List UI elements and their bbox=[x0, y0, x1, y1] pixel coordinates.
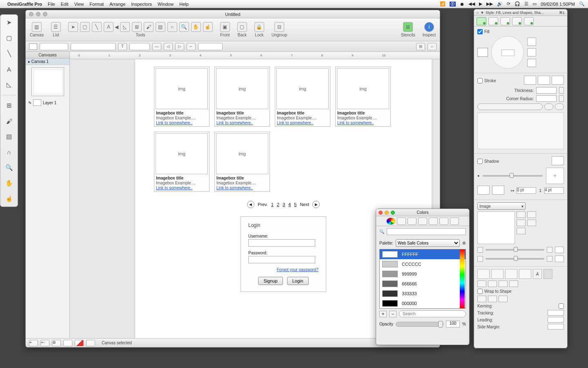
fill-mode-1-icon[interactable] bbox=[527, 38, 536, 46]
text-preset-2[interactable] bbox=[491, 269, 503, 279]
text-preset-1[interactable] bbox=[477, 269, 490, 279]
page-2[interactable]: 2 bbox=[277, 202, 279, 207]
stroke-style-1-icon[interactable] bbox=[524, 76, 536, 85]
color-item[interactable]: CCCCCC bbox=[380, 259, 466, 269]
wrap-checkbox[interactable] bbox=[477, 289, 483, 294]
layer-row[interactable]: ✎ Layer 1 bbox=[26, 99, 69, 107]
image-pos-h-icon[interactable] bbox=[527, 211, 536, 218]
arrow-left-icon[interactable]: ◁ bbox=[164, 43, 173, 50]
color-sliders-icon[interactable] bbox=[397, 218, 406, 225]
shadow-x-input[interactable]: 0 pt bbox=[517, 187, 536, 194]
corners-icon[interactable]: ⌐ bbox=[187, 43, 196, 50]
window-titlebar[interactable]: Untitled bbox=[26, 10, 440, 18]
color-extra1-icon[interactable] bbox=[439, 218, 448, 225]
corner-stepper[interactable] bbox=[559, 95, 564, 102]
camera-icon[interactable]: ⏺ bbox=[460, 2, 464, 7]
line-style-icon[interactable]: — bbox=[152, 43, 161, 50]
next-icon[interactable]: ▶ bbox=[312, 201, 320, 208]
colors-titlebar[interactable]: Colors bbox=[376, 209, 469, 216]
stroke-color-well[interactable] bbox=[552, 76, 564, 85]
imagebox-link[interactable]: Link to somewhere.. bbox=[275, 120, 330, 126]
shadow-y-input[interactable]: 4 pt bbox=[544, 187, 564, 194]
colors-close-icon[interactable] bbox=[379, 211, 383, 215]
line-end-left[interactable] bbox=[477, 103, 543, 110]
shadow-blur-slider[interactable] bbox=[483, 175, 543, 177]
side-margin-input[interactable] bbox=[548, 324, 564, 330]
action-menu-icon[interactable]: ⚙ bbox=[52, 340, 61, 346]
line-style[interactable] bbox=[544, 103, 553, 110]
text-preset-4[interactable] bbox=[519, 269, 531, 279]
zoom-tool-icon[interactable]: 🔍 bbox=[4, 162, 14, 173]
tab-image-icon[interactable] bbox=[512, 17, 522, 25]
color-item[interactable]: 666666 bbox=[380, 279, 466, 289]
headphones-icon[interactable]: 🎧 bbox=[514, 1, 520, 7]
line-end-right[interactable] bbox=[555, 103, 564, 110]
color-item[interactable]: 999999 bbox=[380, 269, 466, 279]
shadow-color-well[interactable] bbox=[552, 156, 564, 165]
colors-min-icon[interactable] bbox=[385, 211, 389, 215]
font-style-button[interactable]: A bbox=[533, 269, 542, 279]
tracking-input[interactable] bbox=[548, 310, 564, 316]
clock[interactable]: 09/02/08 1:50PM bbox=[541, 2, 575, 7]
imagebox-link[interactable]: Link to somewhere.. bbox=[154, 185, 209, 191]
align-left-icon[interactable]: T bbox=[118, 43, 127, 50]
remove-color-icon[interactable]: − bbox=[389, 311, 396, 317]
imagebox-card[interactable]: img Imagebox title Imagebox Example.... … bbox=[275, 67, 330, 127]
stroke-dropdown[interactable] bbox=[198, 43, 223, 50]
valign-mid-icon[interactable] bbox=[488, 296, 497, 302]
opacity-slider[interactable] bbox=[396, 322, 443, 327]
browse-tool-icon[interactable]: ☝ bbox=[4, 193, 14, 204]
shape-dropdown[interactable] bbox=[40, 43, 68, 50]
zoom-button-icon[interactable] bbox=[43, 12, 47, 16]
image-pos-v-icon[interactable] bbox=[527, 220, 536, 226]
list-button[interactable]: ☰ List bbox=[51, 22, 61, 37]
align-center-icon[interactable] bbox=[488, 280, 497, 287]
display-icon[interactable]: ▭ bbox=[532, 1, 537, 7]
tool-hand-icon[interactable]: ✋ bbox=[191, 22, 201, 32]
leading-input[interactable] bbox=[548, 317, 564, 323]
shadow-checkbox[interactable] bbox=[477, 159, 483, 164]
image-fit-1-icon[interactable] bbox=[517, 211, 526, 218]
fill-color-well[interactable] bbox=[477, 48, 488, 57]
diagram-tool-icon[interactable]: ⊞ bbox=[4, 100, 14, 111]
tab-text-icon[interactable] bbox=[524, 17, 534, 25]
fill-mode-2-icon[interactable] bbox=[527, 48, 536, 56]
menu-file[interactable]: File bbox=[48, 2, 55, 7]
spotlight-icon[interactable]: 🔍 bbox=[579, 1, 585, 7]
username-field[interactable] bbox=[248, 239, 315, 247]
prev-label[interactable]: Prev. bbox=[258, 202, 268, 207]
colors-zoom-icon[interactable] bbox=[391, 211, 395, 215]
line-tool-icon[interactable]: ╲ bbox=[4, 48, 14, 59]
style-swatch-3[interactable] bbox=[86, 340, 95, 346]
gear-icon[interactable]: ⚙ bbox=[462, 241, 466, 245]
text-color-well[interactable] bbox=[543, 269, 552, 279]
tool-pen-icon[interactable]: ◺ bbox=[120, 22, 130, 32]
color-extra2-icon[interactable] bbox=[450, 218, 459, 225]
thickness-input[interactable] bbox=[536, 87, 557, 94]
add-color-icon[interactable]: + bbox=[379, 311, 387, 317]
tool-zoom-icon[interactable]: 🔍 bbox=[179, 22, 189, 32]
back-button[interactable]: ▢ Back bbox=[237, 22, 247, 37]
tab-lines-icon[interactable] bbox=[488, 17, 498, 25]
tint-well[interactable] bbox=[555, 247, 564, 253]
color-crayons-icon[interactable] bbox=[429, 218, 438, 225]
next-label[interactable]: Next bbox=[300, 202, 309, 207]
stencils-button[interactable]: ⊞ Stencils bbox=[401, 22, 415, 37]
menu-format[interactable]: Format bbox=[89, 2, 104, 7]
align-justify-icon[interactable] bbox=[509, 280, 518, 287]
valign-top-icon[interactable] bbox=[477, 296, 486, 302]
forgot-password-link[interactable]: Forgot your password? bbox=[248, 267, 318, 272]
menu-arrange[interactable]: Arrange bbox=[109, 2, 125, 7]
thickness-stepper[interactable] bbox=[559, 87, 564, 94]
imagebox-card[interactable]: img Imagebox title Imagebox Example.... … bbox=[154, 67, 209, 127]
lock-button[interactable]: 🔒 Lock bbox=[254, 22, 264, 37]
color-search-input[interactable] bbox=[387, 228, 466, 235]
prev-icon[interactable]: ◀ bbox=[247, 201, 254, 208]
tool-diagram-icon[interactable]: ⊞ bbox=[132, 22, 142, 32]
opacity-value[interactable]: 100 bbox=[446, 321, 460, 328]
menu-inspectors[interactable]: Inspectors bbox=[131, 2, 152, 7]
rubber-stamp-tool-icon[interactable]: ▤ bbox=[4, 131, 14, 142]
style-titlebar[interactable]: ○ ▼ Style: Fill, Lines and Shapes, Sha..… bbox=[474, 9, 567, 16]
color-image-icon[interactable] bbox=[418, 218, 427, 225]
hue-bar[interactable] bbox=[460, 249, 465, 308]
